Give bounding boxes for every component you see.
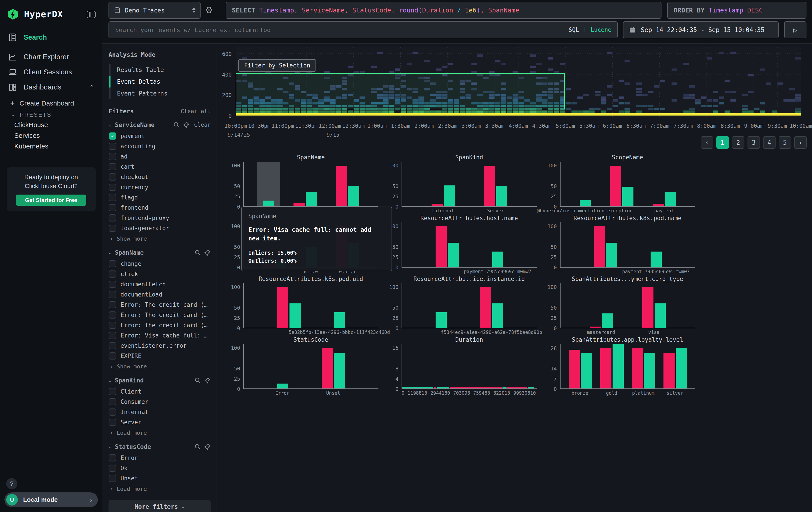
filter-item[interactable]: flagd [109, 192, 211, 203]
chart-plot[interactable] [560, 344, 695, 389]
clear-all-button[interactable]: Clear all [181, 108, 211, 114]
filter-checkbox[interactable] [109, 143, 116, 150]
filter-item[interactable]: accounting [109, 141, 211, 152]
filter-group-header[interactable]: ⌄SpanName [109, 249, 211, 256]
filter-checkbox[interactable] [109, 184, 116, 191]
filter-item[interactable]: documentLoad [109, 289, 211, 300]
filter-checkbox[interactable] [109, 465, 116, 472]
chart-plot[interactable] [402, 283, 537, 328]
filter-item[interactable]: Internal [109, 407, 211, 417]
filter-item[interactable]: Error [109, 453, 211, 463]
chart-plot[interactable] [560, 283, 695, 328]
filter-item[interactable]: click [109, 269, 211, 279]
chevron-up-icon[interactable]: ⌃ [89, 84, 94, 91]
sidebar-item-client-sessions[interactable]: Client Sessions [0, 66, 102, 78]
chart-plot[interactable] [243, 162, 378, 207]
pin-icon[interactable] [204, 377, 211, 384]
page-button[interactable]: 3 [748, 136, 760, 149]
analysis-mode-option[interactable]: Event Patterns [109, 87, 211, 99]
chart-plot[interactable] [243, 344, 378, 389]
sidebar-item-dashboards[interactable]: Dashboards ⌃ [0, 81, 102, 93]
preset-kubernetes[interactable]: Kubernetes [14, 142, 48, 150]
filter-item[interactable]: currency [109, 182, 211, 192]
filter-checkbox[interactable] [109, 204, 116, 211]
filter-item[interactable]: Server [109, 417, 211, 427]
filter-item[interactable]: Unset [109, 473, 211, 484]
filter-checkbox[interactable]: ✓ [109, 132, 116, 140]
filter-item[interactable]: change [109, 259, 211, 269]
filter-item[interactable]: Consumer [109, 397, 211, 407]
filter-item[interactable]: Ok [109, 463, 211, 473]
page-button[interactable]: 2 [732, 136, 745, 149]
filter-item[interactable]: Error: Visa cache full: … [109, 330, 211, 341]
lucene-toggle[interactable]: Lucene [590, 26, 611, 33]
filter-group-header[interactable]: ⌄ServiceNameClear [109, 121, 211, 128]
run-query-button[interactable]: ▷ [784, 21, 807, 38]
sql-toggle[interactable]: SQL [569, 26, 579, 33]
search-input[interactable] [115, 26, 569, 34]
filter-checkbox[interactable] [109, 301, 116, 308]
filter-group-header[interactable]: ⌄StatusCode [109, 443, 211, 450]
filter-checkbox[interactable] [109, 194, 116, 201]
filter-group-header[interactable]: ⌄SpanKind [109, 377, 211, 384]
page-button[interactable]: 5 [779, 136, 791, 149]
clear-group-button[interactable]: Clear [194, 122, 211, 128]
language-toggle[interactable]: SQL | Lucene [569, 26, 611, 33]
help-button[interactable]: ? [6, 478, 17, 489]
pin-icon[interactable] [204, 443, 211, 450]
sidebar-item-chart-explorer[interactable]: Chart Explorer [0, 51, 102, 63]
presets-toggle[interactable]: ⌄ PRESETS [11, 111, 51, 118]
filter-checkbox[interactable] [109, 475, 116, 482]
filter-item[interactable]: cart [109, 162, 211, 172]
analysis-mode-option[interactable]: Results Table [109, 64, 211, 76]
filter-checkbox[interactable] [109, 281, 116, 288]
chart-plot[interactable] [560, 162, 695, 207]
filter-checkbox[interactable] [109, 342, 116, 349]
filter-item[interactable]: Error: The credit card (… [109, 300, 211, 310]
filter-checkbox[interactable] [109, 388, 116, 395]
search-icon[interactable] [173, 122, 180, 128]
filter-item[interactable]: EXPIRE [109, 351, 211, 361]
preset-clickhouse[interactable]: ClickHouse [14, 121, 48, 129]
heatmap-selection[interactable] [236, 73, 565, 109]
get-started-button[interactable]: Get Started for Free [16, 194, 86, 206]
filter-checkbox[interactable] [109, 454, 116, 461]
sql-orderby-editor[interactable]: ORDER BY Timestamp DESC [667, 2, 807, 19]
filter-checkbox[interactable] [109, 225, 116, 232]
page-prev-button[interactable]: ‹ [701, 136, 713, 149]
filter-checkbox[interactable] [109, 291, 116, 298]
filter-checkbox[interactable] [109, 214, 116, 221]
filter-checkbox[interactable] [109, 270, 116, 277]
pin-icon[interactable] [183, 122, 190, 128]
filter-checkbox[interactable] [109, 312, 116, 319]
show-more-button[interactable]: ›Load more [109, 427, 211, 436]
date-range-picker[interactable]: Sep 14 22:04:35 - Sep 15 10:04:35 [623, 21, 779, 38]
filter-item[interactable]: Error: The credit card (… [109, 320, 211, 330]
filter-checkbox[interactable] [109, 408, 116, 415]
filter-item[interactable]: Client [109, 386, 211, 397]
filter-checkbox[interactable] [109, 260, 116, 267]
show-more-button[interactable]: ›Show more [109, 361, 211, 370]
pin-icon[interactable] [204, 249, 211, 256]
gear-icon[interactable]: ⚙ [205, 5, 213, 15]
filter-checkbox[interactable] [109, 163, 116, 170]
page-next-button[interactable]: › [794, 136, 807, 149]
create-dashboard-button[interactable]: + Create Dashboard [10, 99, 74, 108]
chart-plot[interactable] [402, 222, 537, 268]
filter-item[interactable]: ✓payment [109, 131, 211, 141]
filter-checkbox[interactable] [109, 153, 116, 160]
sql-select-editor[interactable]: SELECT Timestamp, ServiceName, StatusCod… [226, 2, 662, 19]
source-select[interactable]: Demo Traces [109, 2, 201, 19]
chart-plot[interactable] [243, 283, 378, 328]
filter-item[interactable]: ad [109, 152, 211, 162]
logo[interactable]: HyperDX [7, 8, 63, 21]
page-button[interactable]: 4 [763, 136, 776, 149]
search-icon[interactable] [194, 443, 201, 450]
filter-item[interactable]: checkout [109, 172, 211, 182]
filter-item[interactable]: documentFetch [109, 279, 211, 289]
preset-services[interactable]: Services [14, 132, 40, 139]
filter-checkbox[interactable] [109, 352, 116, 359]
sidebar-item-search[interactable]: Search [0, 31, 102, 44]
page-button[interactable]: 1 [716, 136, 729, 149]
filter-checkbox[interactable] [109, 322, 116, 329]
